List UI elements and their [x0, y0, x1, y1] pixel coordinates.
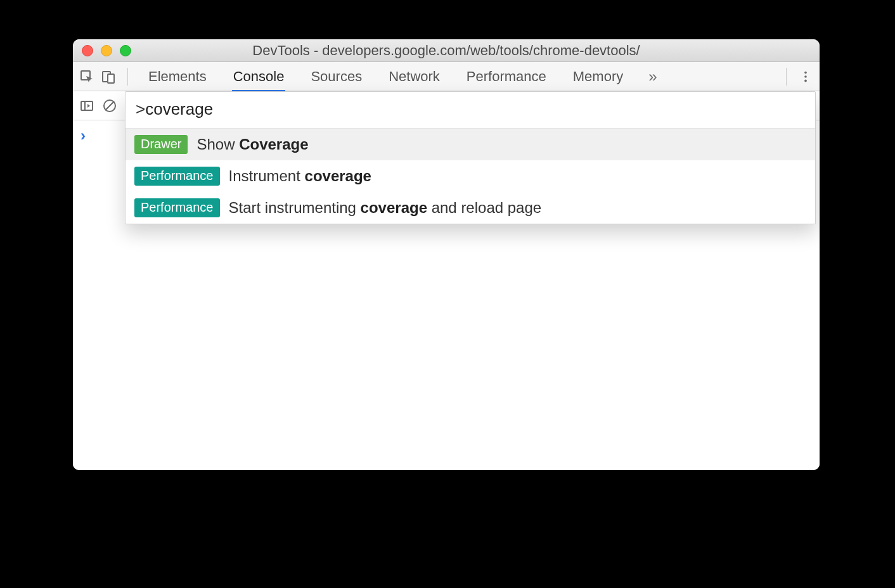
command-text-post: and reload page: [427, 199, 541, 216]
command-text-match: coverage: [305, 167, 371, 184]
tab-console[interactable]: Console: [232, 63, 286, 92]
window-title: DevTools - developers.google.com/web/too…: [73, 42, 820, 59]
svg-rect-6: [81, 101, 93, 110]
command-menu-item[interactable]: Performance Instrument coverage: [126, 160, 815, 192]
command-menu: >coverage Drawer Show Coverage Performan…: [125, 91, 816, 224]
inspect-element-icon[interactable]: [78, 68, 96, 86]
minimize-window-button[interactable]: [101, 45, 112, 56]
command-badge: Performance: [134, 167, 220, 186]
tab-network[interactable]: Network: [387, 63, 441, 90]
device-toolbar-icon[interactable]: [100, 68, 117, 86]
command-text-match: coverage: [361, 199, 427, 216]
svg-point-4: [804, 75, 807, 78]
devtools-toolbar: Elements Console Sources Network Perform…: [73, 62, 820, 91]
command-menu-input[interactable]: >coverage: [126, 92, 815, 129]
tab-elements[interactable]: Elements: [147, 63, 208, 90]
console-prompt-caret[interactable]: ›: [80, 127, 86, 144]
toolbar-separator: [786, 68, 787, 86]
kebab-menu-icon[interactable]: [797, 68, 815, 86]
command-text-pre: Start instrumenting: [229, 199, 361, 216]
tab-sources[interactable]: Sources: [309, 63, 363, 90]
toggle-sidebar-icon[interactable]: [78, 97, 96, 115]
zoom-window-button[interactable]: [120, 45, 131, 56]
command-text: Show Coverage: [196, 136, 308, 153]
command-menu-item[interactable]: Drawer Show Coverage: [126, 129, 815, 160]
svg-point-3: [804, 71, 807, 74]
command-text-match: Coverage: [239, 136, 308, 153]
tab-memory[interactable]: Memory: [572, 63, 624, 90]
titlebar: DevTools - developers.google.com/web/too…: [73, 39, 820, 62]
clear-console-icon[interactable]: [101, 97, 119, 115]
command-text-pre: Instrument: [229, 167, 305, 184]
close-window-button[interactable]: [82, 45, 93, 56]
devtools-window: DevTools - developers.google.com/web/too…: [73, 39, 820, 470]
svg-rect-2: [108, 74, 114, 83]
window-controls: [82, 45, 131, 56]
command-text-pre: Show: [196, 136, 239, 153]
command-text: Instrument coverage: [229, 167, 371, 185]
command-menu-query: coverage: [145, 99, 213, 118]
tab-performance[interactable]: Performance: [465, 63, 548, 90]
panel-tabs: Elements Console Sources Network Perform…: [147, 63, 654, 90]
toolbar-separator: [127, 68, 128, 86]
command-badge: Drawer: [134, 135, 188, 154]
command-menu-prefix: >: [136, 99, 145, 118]
command-menu-item[interactable]: Performance Start instrumenting coverage…: [126, 192, 815, 224]
command-text: Start instrumenting coverage and reload …: [229, 199, 542, 217]
command-menu-results: Drawer Show Coverage Performance Instrum…: [126, 129, 815, 224]
command-badge: Performance: [134, 198, 220, 217]
tabs-overflow-icon[interactable]: »: [648, 68, 653, 86]
svg-point-5: [804, 79, 807, 82]
